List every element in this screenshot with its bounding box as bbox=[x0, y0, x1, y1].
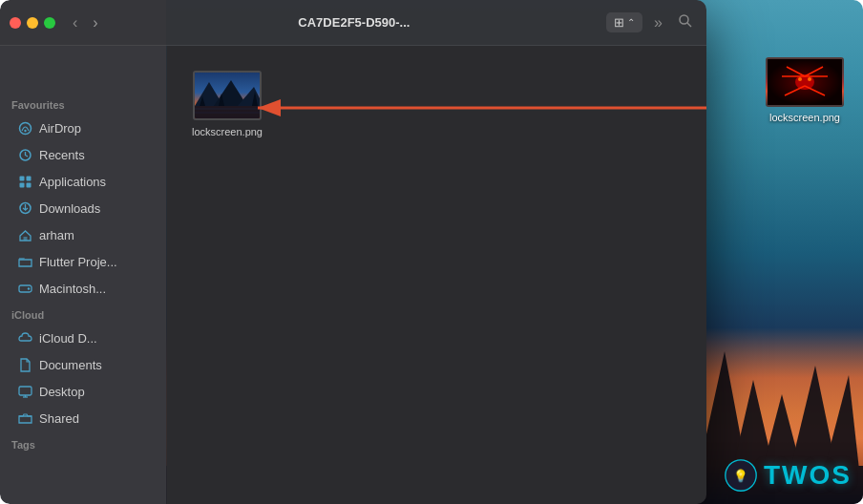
arrow-annotation bbox=[253, 94, 706, 122]
sidebar-item-downloads[interactable]: Downloads bbox=[4, 196, 163, 220]
svg-point-35 bbox=[808, 77, 811, 81]
view-grid-icon: ⊞ bbox=[614, 15, 624, 30]
sidebar-item-flutter[interactable]: Flutter Proje... bbox=[4, 249, 163, 274]
sidebar-item-shared[interactable]: Shared bbox=[4, 406, 163, 430]
search-button[interactable] bbox=[674, 11, 697, 34]
desktop-file-icon[interactable]: lockscreen.png bbox=[766, 57, 844, 123]
sidebar-item-airdrop[interactable]: AirDrop bbox=[4, 116, 163, 140]
file-grid: lockscreen.png bbox=[167, 46, 706, 504]
sidebar-item-recents[interactable]: Recents bbox=[4, 142, 163, 167]
recents-icon bbox=[17, 147, 32, 162]
toolbar-right: ⊞ ⌃ » bbox=[606, 11, 697, 34]
svg-rect-44 bbox=[26, 182, 31, 187]
file-item-lockscreen[interactable]: lockscreen.png bbox=[186, 65, 268, 143]
svg-line-37 bbox=[687, 23, 691, 27]
macintosh-label: Macintosh... bbox=[39, 282, 106, 296]
applications-label: Applications bbox=[39, 175, 106, 189]
downloads-icon bbox=[17, 200, 32, 216]
finder-toolbar: ‹ › CA7DE2F5-D590-... ⊞ ⌃ » bbox=[0, 0, 706, 46]
file-name-label: lockscreen.png bbox=[192, 126, 263, 137]
sidebar-item-desktop[interactable]: Desktop bbox=[4, 379, 163, 404]
thumbnail-landscape bbox=[195, 73, 262, 120]
svg-rect-46 bbox=[23, 237, 27, 241]
svg-point-34 bbox=[798, 77, 802, 81]
downloads-label: Downloads bbox=[39, 201, 100, 216]
icloud-drive-label: iCloud D... bbox=[39, 331, 97, 346]
svg-rect-56 bbox=[195, 106, 262, 120]
recents-label: Recents bbox=[39, 148, 85, 162]
desktop-label: Desktop bbox=[39, 385, 85, 399]
more-button[interactable]: » bbox=[650, 12, 666, 33]
sidebar-item-applications[interactable]: Applications bbox=[4, 169, 163, 194]
folder-icon bbox=[17, 254, 32, 269]
search-icon bbox=[678, 13, 693, 29]
svg-rect-49 bbox=[19, 387, 32, 395]
svg-text:💡: 💡 bbox=[733, 469, 748, 484]
arham-label: arham bbox=[39, 228, 74, 242]
document-icon bbox=[17, 357, 32, 372]
svg-rect-42 bbox=[26, 176, 31, 180]
icloud-icon bbox=[17, 330, 32, 346]
documents-label: Documents bbox=[39, 358, 102, 372]
icloud-label: iCloud bbox=[0, 302, 167, 325]
twos-watermark: 💡 TWOS bbox=[724, 458, 852, 493]
favourites-label: Favourites bbox=[0, 92, 167, 115]
svg-point-39 bbox=[24, 129, 26, 131]
airdrop-icon bbox=[17, 120, 32, 136]
applications-icon bbox=[17, 174, 32, 189]
sidebar-item-macintosh[interactable]: Macintosh... bbox=[4, 276, 163, 301]
traffic-lights bbox=[10, 17, 55, 29]
svg-rect-43 bbox=[19, 182, 24, 187]
path-title: CA7DE2F5-D590-... bbox=[110, 15, 599, 30]
svg-point-48 bbox=[27, 287, 29, 289]
sidebar-item-documents[interactable]: Documents bbox=[4, 352, 163, 377]
back-button[interactable]: ‹ bbox=[69, 13, 81, 32]
airdrop-label: AirDrop bbox=[39, 121, 81, 136]
home-icon bbox=[17, 227, 32, 242]
sidebar-item-icloud-drive[interactable]: iCloud D... bbox=[4, 326, 163, 350]
desktop-icon bbox=[17, 384, 32, 399]
chevron-icon: ⌃ bbox=[627, 17, 635, 28]
drive-icon bbox=[17, 281, 32, 296]
svg-point-38 bbox=[19, 122, 31, 134]
main-file-area: lockscreen.png bbox=[167, 46, 706, 504]
shared-icon bbox=[17, 410, 32, 426]
shared-label: Shared bbox=[39, 411, 79, 426]
maximize-button[interactable] bbox=[44, 17, 55, 29]
twos-label: TWOS bbox=[764, 460, 852, 491]
finder-window: ‹ › CA7DE2F5-D590-... ⊞ ⌃ » Favourites bbox=[0, 0, 706, 504]
tags-label: Tags bbox=[0, 431, 167, 454]
flutter-label: Flutter Proje... bbox=[39, 255, 117, 269]
desktop-thumbnail-image bbox=[766, 57, 844, 107]
forward-button[interactable]: › bbox=[89, 13, 101, 32]
thumbnail-svg bbox=[768, 59, 842, 105]
svg-rect-41 bbox=[19, 176, 24, 180]
view-switcher[interactable]: ⊞ ⌃ bbox=[606, 12, 642, 32]
svg-point-36 bbox=[680, 15, 688, 24]
close-button[interactable] bbox=[10, 17, 21, 29]
sidebar: Favourites AirDrop Recents Applications bbox=[0, 46, 167, 504]
finder-body: Favourites AirDrop Recents Applications bbox=[0, 46, 706, 504]
desktop-file-name: lockscreen.png bbox=[769, 112, 840, 123]
twos-logo-icon: 💡 bbox=[724, 458, 758, 493]
minimize-button[interactable] bbox=[27, 17, 38, 29]
sidebar-item-arham[interactable]: arham bbox=[4, 222, 163, 247]
file-thumbnail bbox=[193, 71, 262, 120]
